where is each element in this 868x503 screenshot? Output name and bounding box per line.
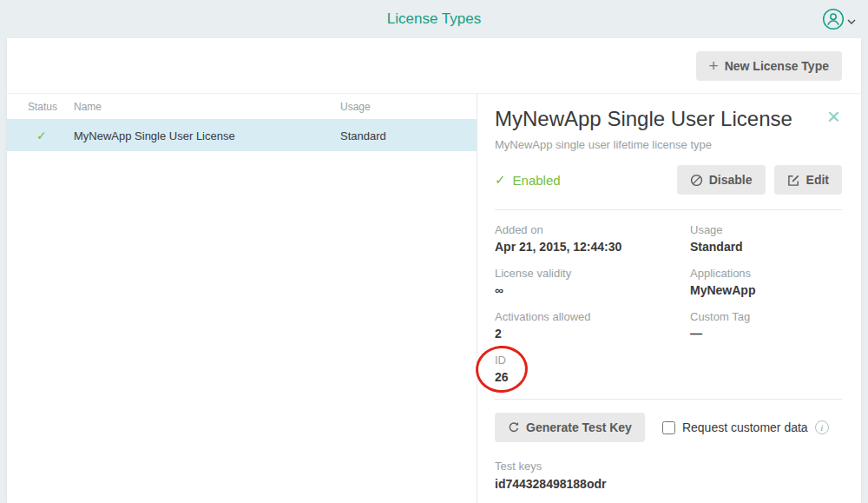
field-added-on: Added on Apr 21, 2015, 12:44:30 — [495, 223, 690, 254]
test-key-value: id744328498188odr — [495, 477, 842, 491]
list-header: Status Name Usage — [7, 94, 477, 120]
avatar-icon — [822, 8, 845, 34]
column-header-name: Name — [74, 101, 340, 113]
check-icon: ✓ — [28, 129, 74, 142]
request-customer-data-checkbox[interactable] — [662, 421, 675, 434]
license-list-panel: Status Name Usage ✓ MyNewApp Single User… — [7, 94, 477, 503]
divider — [495, 209, 842, 210]
row-name: MyNewApp Single User License — [74, 129, 340, 142]
divider — [495, 399, 842, 400]
column-header-usage: Usage — [340, 101, 477, 113]
field-license-validity: License validity ∞ — [495, 267, 690, 297]
edit-button[interactable]: Edit — [774, 165, 842, 195]
column-header-status: Status — [28, 101, 74, 113]
new-license-type-button[interactable]: + New License Type — [696, 51, 842, 81]
request-customer-data-label: Request customer data — [682, 420, 808, 434]
disable-button[interactable]: Disable — [677, 165, 766, 195]
check-icon: ✓ — [495, 172, 506, 188]
status-label: Enabled — [513, 173, 561, 188]
edit-icon — [787, 174, 800, 187]
chevron-down-icon — [847, 13, 856, 29]
license-detail-panel: MyNewApp Single User License × MyNewApp … — [477, 94, 861, 503]
field-custom-tag: Custom Tag — — [690, 310, 842, 341]
table-row[interactable]: ✓ MyNewApp Single User License Standard — [7, 120, 477, 151]
plus-icon: + — [709, 61, 719, 71]
field-activations-allowed: Activations allowed 2 — [495, 310, 690, 341]
toolbar: + New License Type — [7, 38, 861, 94]
test-keys-block: Test keys id744328498188odr — [495, 460, 842, 491]
field-id: ID 26 — [495, 354, 547, 384]
request-customer-data-group: Request customer data i — [662, 420, 829, 434]
field-applications: Applications MyNewApp — [690, 267, 842, 297]
info-icon[interactable]: i — [815, 420, 829, 434]
new-license-type-label: New License Type — [725, 59, 829, 73]
top-bar: License Types — [0, 0, 868, 38]
annotation-circle — [474, 344, 529, 394]
disable-icon — [690, 174, 703, 187]
main-card: + New License Type Status Name Usage ✓ M… — [7, 38, 861, 503]
status-badge: ✓ Enabled — [495, 172, 561, 188]
page-title: License Types — [387, 10, 481, 28]
detail-fields: Added on Apr 21, 2015, 12:44:30 Usage St… — [495, 223, 842, 384]
user-menu-button[interactable] — [822, 8, 856, 34]
row-usage: Standard — [340, 129, 477, 142]
detail-subtitle: MyNewApp single user lifetime license ty… — [495, 138, 842, 151]
field-usage: Usage Standard — [690, 223, 842, 254]
refresh-icon — [508, 421, 520, 434]
detail-title: MyNewApp Single User License — [495, 108, 792, 130]
generate-test-key-button[interactable]: Generate Test Key — [495, 413, 645, 442]
test-keys-label: Test keys — [495, 460, 842, 473]
close-icon[interactable]: × — [825, 108, 842, 125]
